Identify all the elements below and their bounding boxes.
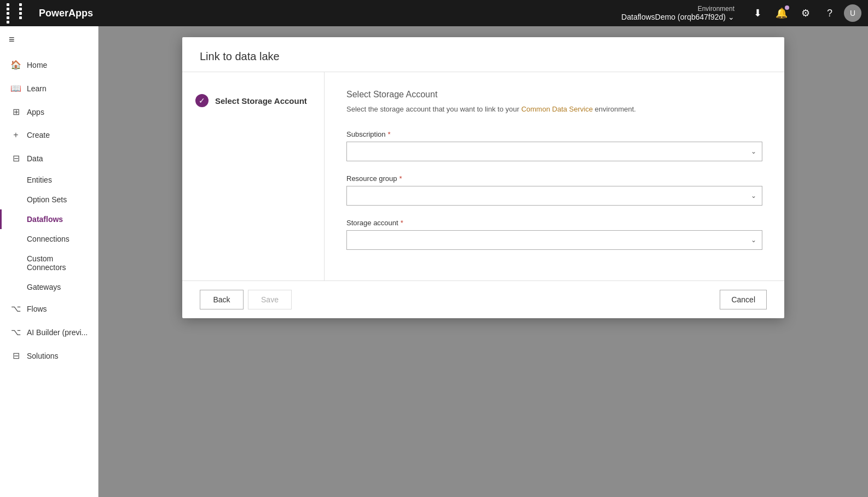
sidebar-item-apps[interactable]: ⊞ Apps xyxy=(0,100,98,124)
sidebar-item-flows[interactable]: ⌥ Flows xyxy=(0,297,98,320)
sidebar-item-label: Flows xyxy=(27,305,47,313)
settings-button[interactable]: ⚙ xyxy=(796,3,815,23)
flows-icon: ⌥ xyxy=(10,303,21,314)
desc-start: Select the storage account that you want… xyxy=(346,105,521,113)
sidebar-item-label: Home xyxy=(27,61,47,69)
notifications-button[interactable]: 🔔 xyxy=(772,3,791,23)
top-navigation: PowerApps Environment DataflowsDemo (orq… xyxy=(0,0,868,26)
sidebar-sub-label: Gateways xyxy=(27,283,61,291)
sidebar-item-label: AI Builder (previ... xyxy=(27,328,88,337)
step-label: Select Storage Account xyxy=(215,96,307,106)
back-button[interactable]: Back xyxy=(200,290,244,309)
environment-selector[interactable]: Environment DataflowsDemo (orqb647f92d) … xyxy=(621,5,734,21)
sidebar-menu-button[interactable]: ≡ xyxy=(0,26,98,53)
required-indicator: * xyxy=(401,219,403,227)
step-icon: ✓ xyxy=(195,94,209,107)
sidebar-item-gateways[interactable]: Gateways xyxy=(0,277,98,297)
desc-link[interactable]: Common Data Service xyxy=(521,105,593,113)
required-indicator: * xyxy=(388,130,391,138)
sidebar-item-data[interactable]: ⊟ Data xyxy=(0,147,98,170)
modal-overlay: Link to data lake ✓ Select Storage Accou… xyxy=(99,26,868,497)
create-icon: + xyxy=(10,130,21,140)
link-to-data-lake-modal: Link to data lake ✓ Select Storage Accou… xyxy=(182,37,784,318)
environment-name: DataflowsDemo (orqb647f92d) ⌄ xyxy=(621,13,734,21)
top-nav-icons: ⬇ 🔔 ⚙ ? U xyxy=(748,3,861,23)
content-area: Link to data lake ✓ Select Storage Accou… xyxy=(99,26,868,497)
cancel-button[interactable]: Cancel xyxy=(720,290,767,309)
modal-footer: Back Save Cancel xyxy=(182,280,784,318)
chevron-down-icon: ⌄ xyxy=(751,148,756,155)
form-section-desc: Select the storage account that you want… xyxy=(346,104,762,115)
chevron-down-icon: ⌄ xyxy=(728,13,734,21)
modal-title: Link to data lake xyxy=(200,50,767,63)
sidebar-item-label: Create xyxy=(27,131,50,139)
subscription-label: Subscription * xyxy=(346,130,762,138)
learn-icon: 📖 xyxy=(10,83,21,93)
help-button[interactable]: ? xyxy=(820,3,840,23)
app-grid-button[interactable] xyxy=(7,3,30,24)
sidebar-sub-label: Custom Connectors xyxy=(27,254,66,272)
solutions-icon: ⊟ xyxy=(10,350,21,361)
modal-header: Link to data lake xyxy=(182,37,784,72)
sidebar-item-learn[interactable]: 📖 Learn xyxy=(0,77,98,100)
sidebar-item-home[interactable]: 🏠 Home xyxy=(0,53,98,77)
app-logo: PowerApps xyxy=(39,8,93,19)
sidebar-item-solutions[interactable]: ⊟ Solutions xyxy=(0,344,98,367)
sidebar-item-dataflows[interactable]: Dataflows xyxy=(0,209,98,229)
chevron-down-icon: ⌄ xyxy=(751,236,756,244)
resource-group-group: Resource group * ⌄ xyxy=(346,174,762,206)
main-layout: ≡ 🏠 Home 📖 Learn ⊞ Apps + Create ⊟ Data … xyxy=(0,26,868,497)
ai-builder-icon: ⌥ xyxy=(10,327,21,337)
modal-body: ✓ Select Storage Account Select Storage … xyxy=(182,72,784,280)
apps-icon: ⊞ xyxy=(10,107,21,117)
step-select-storage: ✓ Select Storage Account xyxy=(195,90,311,112)
sidebar-item-create[interactable]: + Create xyxy=(0,124,98,147)
required-indicator: * xyxy=(400,174,402,183)
sidebar-item-label: Data xyxy=(27,154,43,163)
sidebar-item-label: Solutions xyxy=(27,352,59,360)
subscription-group: Subscription * ⌄ xyxy=(346,130,762,161)
sidebar-sub-label: Option Sets xyxy=(27,195,67,204)
form-panel: Select Storage Account Select the storag… xyxy=(325,72,784,280)
storage-account-select[interactable]: ⌄ xyxy=(346,230,762,250)
user-avatar[interactable]: U xyxy=(844,4,861,22)
home-icon: 🏠 xyxy=(10,60,21,70)
steps-panel: ✓ Select Storage Account xyxy=(182,72,325,280)
storage-account-label: Storage account * xyxy=(346,219,762,227)
desc-end: environment. xyxy=(593,105,636,113)
subscription-select[interactable]: ⌄ xyxy=(346,142,762,161)
sidebar-item-custom-connectors[interactable]: Custom Connectors xyxy=(0,249,98,277)
sidebar: ≡ 🏠 Home 📖 Learn ⊞ Apps + Create ⊟ Data … xyxy=(0,26,99,497)
environment-label: Environment xyxy=(698,5,734,13)
save-button[interactable]: Save xyxy=(248,290,292,309)
sidebar-item-connections[interactable]: Connections xyxy=(0,229,98,249)
notification-badge xyxy=(785,5,789,10)
sidebar-sub-label: Connections xyxy=(27,235,70,243)
sidebar-sub-label: Dataflows xyxy=(27,215,63,224)
sidebar-item-entities[interactable]: Entities xyxy=(0,170,98,190)
form-section-title: Select Storage Account xyxy=(346,90,762,100)
download-button[interactable]: ⬇ xyxy=(748,3,767,23)
sidebar-item-ai-builder[interactable]: ⌥ AI Builder (previ... xyxy=(0,320,98,344)
sidebar-item-label: Learn xyxy=(27,84,47,93)
sidebar-sub-label: Entities xyxy=(27,176,52,184)
data-icon: ⊟ xyxy=(10,153,21,163)
chevron-down-icon: ⌄ xyxy=(751,192,756,200)
sidebar-item-option-sets[interactable]: Option Sets xyxy=(0,190,98,209)
storage-account-group: Storage account * ⌄ xyxy=(346,219,762,250)
resource-group-select[interactable]: ⌄ xyxy=(346,186,762,206)
sidebar-item-label: Apps xyxy=(27,108,44,116)
resource-group-label: Resource group * xyxy=(346,174,762,183)
